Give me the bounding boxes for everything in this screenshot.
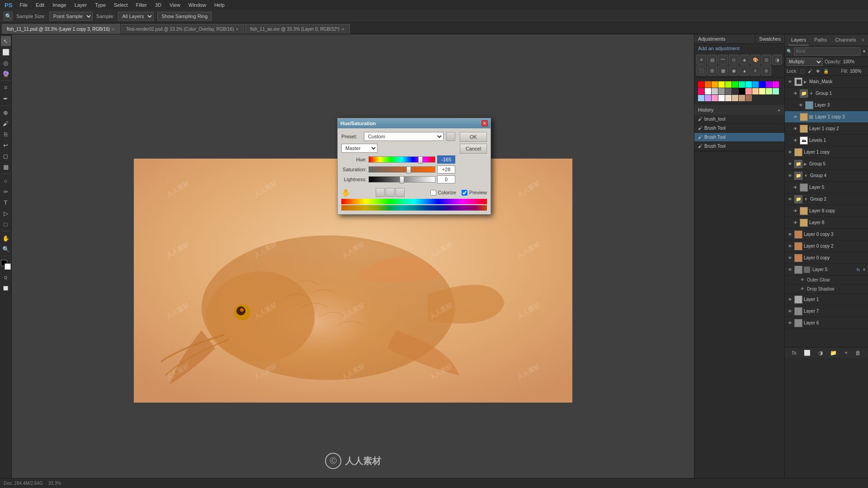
adj-threshold[interactable]: ▲ [740, 66, 750, 75]
history-row-0[interactable]: 🖌 brush_tool [694, 115, 784, 124]
hue-slider-thumb[interactable] [418, 156, 423, 164]
swatch-10[interactable] [766, 81, 772, 88]
layer-main-mask[interactable]: 👁 ▶ Main_Mask [785, 76, 868, 88]
doc-tab-2[interactable]: fish_11_ao.exr @ 33.3% (Layer 0, RGB/32*… [245, 24, 349, 34]
menu-select[interactable]: Select [110, 1, 132, 9]
zoom-tool[interactable]: 🔍 [1, 244, 11, 254]
eyedropper-btn-sub[interactable]: ✒- [396, 188, 405, 197]
swatch-29[interactable] [732, 95, 738, 101]
delete-layer-button[interactable]: 🗑 [855, 350, 861, 356]
layer-8[interactable]: 👁 Layer 8 [785, 217, 868, 229]
move-tool[interactable]: ↖ [1, 36, 11, 46]
layer-group-4[interactable]: 👁 📁 ▼ Group 4 [785, 170, 868, 182]
add-group-button[interactable]: 📁 [830, 350, 837, 356]
menu-3d[interactable]: 3D [151, 1, 165, 9]
layer-6[interactable]: 👁 Layer 6 [785, 317, 868, 329]
gradient-tool[interactable]: ▦ [1, 162, 11, 172]
swatch-30[interactable] [739, 95, 745, 101]
saturation-value-input[interactable] [437, 165, 455, 174]
adj-color-balance[interactable]: ⚖ [761, 55, 771, 65]
group-arrow-5[interactable]: ▶ [804, 162, 807, 166]
screen-mode[interactable]: ⬜ [1, 283, 11, 293]
history-header[interactable]: History ▲ [694, 105, 784, 115]
layer-eye-6[interactable]: 👁 [787, 320, 793, 326]
layer-0-copy-3[interactable]: 👁 Layer 0 copy 3 [785, 229, 868, 240]
history-row-2[interactable]: 🖌 Brush Tool [694, 133, 784, 142]
lasso-tool[interactable]: ◎ [1, 58, 11, 68]
swatch-25[interactable] [705, 95, 711, 101]
layer-3[interactable]: 👁 Layer 3 [785, 99, 868, 111]
swatch-9[interactable] [759, 81, 765, 88]
history-row-1[interactable]: 🖌 Brush Tool [694, 124, 784, 133]
swatch-4[interactable] [725, 81, 731, 88]
layers-tab[interactable]: Layers [788, 34, 809, 46]
layers-panel-menu[interactable]: ≡ [862, 38, 864, 42]
saturation-slider-thumb[interactable] [406, 166, 411, 174]
swatch-7[interactable] [745, 81, 752, 88]
layer-effect-eye-outer-glow[interactable]: 👁 [799, 277, 806, 283]
adj-exposure[interactable]: ⊙ [729, 55, 739, 65]
hand-tool-icon[interactable]: ✋ [341, 188, 350, 197]
layer-eye-7[interactable]: 👁 [787, 308, 793, 314]
crop-tool[interactable]: ⌗ [1, 83, 11, 93]
layer-eye-1-copy-2[interactable]: 👁 [792, 126, 798, 132]
hue-slider-track[interactable] [368, 156, 435, 163]
eyedropper-btn-1[interactable]: ✒ [376, 188, 385, 197]
eraser-tool[interactable]: ◻ [1, 151, 11, 161]
ok-button[interactable]: OK [460, 132, 487, 142]
layer-eye-group-4[interactable]: 👁 [787, 173, 793, 179]
add-layer-button[interactable]: + [844, 350, 848, 356]
dodge-tool[interactable]: ○ [1, 176, 11, 186]
doc-tab-1-close[interactable]: ✕ [236, 27, 239, 32]
swatch-28[interactable] [725, 95, 731, 101]
swatch-2[interactable] [712, 81, 718, 88]
layer-group-2[interactable]: 👁 📁 ▼ Group 2 [785, 193, 868, 205]
swatch-5[interactable] [732, 81, 738, 88]
lock-position-icon[interactable]: ✚ [815, 69, 821, 74]
canvas-area[interactable]: 人人素材 人人素材 人人素材 人人素材 人人素材 人人素材 人人素材 人人素材 … [12, 34, 694, 478]
group-arrow-main-mask[interactable]: ▶ [804, 80, 807, 84]
swatch-20[interactable] [752, 88, 759, 94]
preview-checkbox[interactable] [462, 190, 467, 196]
layer-eye-levels-1[interactable]: 👁 [792, 137, 798, 144]
swatch-1[interactable] [705, 81, 711, 88]
sample-size-select[interactable]: Point Sample [49, 12, 93, 21]
eyedropper-tool-icon[interactable]: 🔍 [4, 12, 13, 21]
adj-posterize[interactable]: ≡ [750, 66, 760, 75]
layer-eye-5-inner[interactable]: 👁 [792, 184, 798, 191]
type-tool[interactable]: T [1, 197, 11, 207]
add-mask-button[interactable]: ⬜ [804, 350, 811, 356]
marquee-tool[interactable]: ⬜ [1, 47, 11, 57]
layer-eye-1-copy-3[interactable]: 👁 [792, 114, 798, 120]
doc-tab-2-close[interactable]: ✕ [341, 27, 345, 32]
eyedropper-btn-add[interactable]: ✒+ [386, 188, 395, 197]
preset-gear-button[interactable]: ⚙ [446, 132, 455, 141]
adj-levels[interactable]: ▤ [707, 55, 717, 65]
colorize-checkbox[interactable] [430, 190, 436, 196]
menu-type[interactable]: Type [91, 1, 109, 9]
adj-curves[interactable]: 〜 [718, 55, 728, 65]
swatch-31[interactable] [745, 95, 752, 101]
shape-tool[interactable]: □ [1, 219, 11, 229]
cancel-button[interactable]: Cancel [460, 144, 487, 154]
saturation-slider-track[interactable] [368, 166, 435, 173]
menu-image[interactable]: Image [49, 1, 70, 9]
layer-eye-0-copy[interactable]: 👁 [787, 255, 793, 261]
adj-black-white[interactable]: ◑ [772, 55, 782, 65]
layer-1[interactable]: 👁 Layer 1 [785, 294, 868, 305]
layer-8-copy[interactable]: 👁 Layer 8 copy [785, 205, 868, 217]
swatch-15[interactable] [718, 88, 725, 94]
quick-select-tool[interactable]: 🔮 [1, 69, 11, 79]
adj-selective-color[interactable]: ◉ [729, 66, 739, 75]
show-sampling-ring-btn[interactable]: Show Sampling Ring [157, 12, 212, 21]
hue-value-input[interactable] [437, 155, 455, 164]
adj-channel-mixer[interactable]: ⊞ [707, 66, 717, 75]
lock-all-icon[interactable]: 🔒 [822, 69, 830, 74]
menu-window[interactable]: Window [185, 1, 210, 9]
channels-tab[interactable]: Channels [832, 34, 859, 46]
layer-effect-drop-shadow[interactable]: 👁 Drop Shadow [785, 285, 868, 294]
lightness-slider-track[interactable] [368, 176, 435, 183]
layer-effect-eye-drop-shadow[interactable]: 👁 [799, 286, 806, 292]
layer-eye-5-fx[interactable]: 👁 [787, 267, 793, 273]
swatch-17[interactable] [732, 88, 738, 94]
